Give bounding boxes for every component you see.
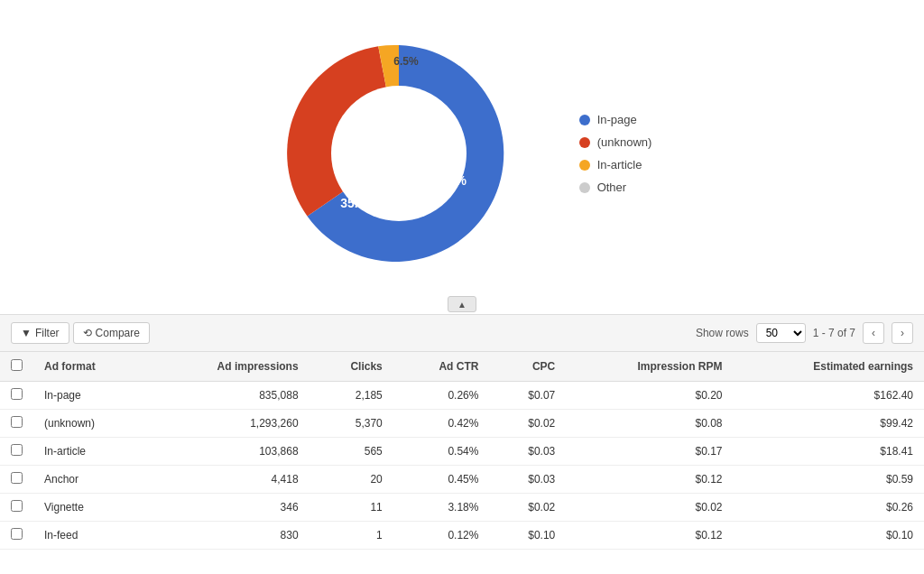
next-page-button[interactable]: › xyxy=(892,322,913,344)
toolbar: ▼ Filter ⟲ Compare Show rows 50 25 100 1… xyxy=(0,315,924,352)
collapse-button[interactable]: ▲ xyxy=(448,296,476,312)
collapse-row: ▲ xyxy=(0,296,924,312)
cell-estimated-earnings: $99.42 xyxy=(734,410,925,438)
cell-ad-impressions: 830 xyxy=(148,522,310,550)
row-checkbox[interactable] xyxy=(11,472,23,484)
row-checkbox[interactable] xyxy=(11,500,23,512)
svg-text:57.8%: 57.8% xyxy=(430,173,467,188)
cell-ad-ctr: 0.26% xyxy=(393,382,490,410)
compare-button[interactable]: ⟲ Compare xyxy=(73,322,150,344)
cell-ad-ctr: 0.12% xyxy=(393,522,490,550)
row-checkbox-cell xyxy=(0,382,33,410)
legend-label-inarticle: In-article xyxy=(597,158,642,171)
toolbar-right: Show rows 50 25 100 1 - 7 of 7 ‹ › xyxy=(696,322,913,344)
table-row: Anchor 4,418 20 0.45% $0.03 $0.12 $0.59 xyxy=(0,466,924,494)
cell-cpc: $0.10 xyxy=(489,522,566,550)
row-checkbox[interactable] xyxy=(11,388,23,400)
cell-clicks: 20 xyxy=(310,466,393,494)
row-checkbox[interactable] xyxy=(11,416,23,428)
filter-button[interactable]: ▼ Filter xyxy=(11,322,69,344)
row-checkbox-cell xyxy=(0,410,33,438)
cell-estimated-earnings: $0.59 xyxy=(734,466,925,494)
cell-impression-rpm: $0.17 xyxy=(566,438,733,466)
cell-clicks: 11 xyxy=(310,494,393,522)
header-checkbox-cell xyxy=(0,352,33,382)
rows-per-page-select[interactable]: 50 25 100 xyxy=(756,323,806,343)
cell-ad-format: In-feed xyxy=(33,522,148,550)
col-header-ad-impressions: Ad impressions xyxy=(148,352,310,382)
chart-legend: In-page (unknown) In-article Other xyxy=(579,113,652,194)
cell-impression-rpm: $0.08 xyxy=(566,410,733,438)
col-header-cpc: CPC xyxy=(489,352,566,382)
cell-estimated-earnings: $0.10 xyxy=(734,522,925,550)
table-row: In-feed 830 1 0.12% $0.10 $0.12 $0.10 xyxy=(0,522,924,550)
row-checkbox-cell xyxy=(0,466,33,494)
legend-label-unknown: (unknown) xyxy=(597,135,652,149)
table-row: In-page 835,088 2,185 0.26% $0.07 $0.20 … xyxy=(0,382,924,410)
cell-ad-impressions: 1,293,260 xyxy=(148,410,310,438)
cell-cpc: $0.07 xyxy=(489,382,566,410)
row-checkbox-cell xyxy=(0,522,33,550)
row-checkbox[interactable] xyxy=(11,528,23,540)
pagination-info: 1 - 7 of 7 xyxy=(813,327,855,339)
col-header-clicks: Clicks xyxy=(310,352,393,382)
cell-cpc: $0.02 xyxy=(489,494,566,522)
cell-ad-format: In-page xyxy=(33,382,148,410)
select-all-checkbox[interactable] xyxy=(11,359,23,371)
compare-label: Compare xyxy=(96,327,140,339)
legend-item-inarticle: In-article xyxy=(579,158,652,171)
legend-dot-other xyxy=(579,182,590,193)
cell-impression-rpm: $0.20 xyxy=(566,382,733,410)
col-header-ad-format: Ad format xyxy=(33,352,148,382)
row-checkbox-cell xyxy=(0,494,33,522)
legend-label-inpage: In-page xyxy=(597,113,637,126)
chart-section: 57.8% 35.4% 6.5% In-page (unknown) In-ar… xyxy=(0,9,924,289)
table-header-row: Ad format Ad impressions Clicks Ad CTR C… xyxy=(0,352,924,382)
filter-icon: ▼ xyxy=(21,327,32,339)
cell-cpc: $0.03 xyxy=(489,466,566,494)
cell-estimated-earnings: $0.26 xyxy=(734,494,925,522)
table-section: ▼ Filter ⟲ Compare Show rows 50 25 100 1… xyxy=(0,314,924,550)
cell-ad-format: In-article xyxy=(33,438,148,466)
cell-ad-impressions: 835,088 xyxy=(148,382,310,410)
table-row: In-article 103,868 565 0.54% $0.03 $0.17… xyxy=(0,438,924,466)
cell-ad-ctr: 3.18% xyxy=(393,494,490,522)
cell-cpc: $0.02 xyxy=(489,410,566,438)
legend-item-inpage: In-page xyxy=(579,113,652,126)
row-checkbox-cell xyxy=(0,438,33,466)
col-header-impression-rpm: Impression RPM xyxy=(566,352,733,382)
cell-ad-ctr: 0.42% xyxy=(393,410,490,438)
col-header-ad-ctr: Ad CTR xyxy=(393,352,490,382)
cell-ad-ctr: 0.45% xyxy=(393,466,490,494)
main-container: 57.8% 35.4% 6.5% In-page (unknown) In-ar… xyxy=(0,0,924,574)
cell-impression-rpm: $0.12 xyxy=(566,522,733,550)
legend-dot-inpage xyxy=(579,115,590,125)
cell-ad-ctr: 0.54% xyxy=(393,438,490,466)
toolbar-left: ▼ Filter ⟲ Compare xyxy=(11,322,150,344)
data-table: Ad format Ad impressions Clicks Ad CTR C… xyxy=(0,352,924,550)
cell-clicks: 2,185 xyxy=(310,382,393,410)
cell-ad-format: Vignette xyxy=(33,494,148,522)
cell-ad-impressions: 4,418 xyxy=(148,466,310,494)
cell-ad-format: (unknown) xyxy=(33,410,148,438)
compare-icon: ⟲ xyxy=(83,327,92,339)
table-row: Vignette 346 11 3.18% $0.02 $0.02 $0.26 xyxy=(0,494,924,522)
prev-page-button[interactable]: ‹ xyxy=(863,322,884,344)
legend-dot-unknown xyxy=(579,137,590,148)
cell-ad-impressions: 346 xyxy=(148,494,310,522)
legend-dot-inarticle xyxy=(579,160,590,171)
donut-chart: 57.8% 35.4% 6.5% xyxy=(273,27,525,280)
legend-item-unknown: (unknown) xyxy=(579,135,652,149)
cell-cpc: $0.03 xyxy=(489,438,566,466)
row-checkbox[interactable] xyxy=(11,444,23,456)
cell-impression-rpm: $0.12 xyxy=(566,466,733,494)
cell-ad-format: Anchor xyxy=(33,466,148,494)
filter-label: Filter xyxy=(35,327,60,339)
svg-text:6.5%: 6.5% xyxy=(393,55,419,68)
cell-ad-impressions: 103,868 xyxy=(148,438,310,466)
table-row: (unknown) 1,293,260 5,370 0.42% $0.02 $0… xyxy=(0,410,924,438)
cell-clicks: 1 xyxy=(310,522,393,550)
cell-impression-rpm: $0.02 xyxy=(566,494,733,522)
legend-item-other: Other xyxy=(579,181,652,194)
cell-clicks: 565 xyxy=(310,438,393,466)
